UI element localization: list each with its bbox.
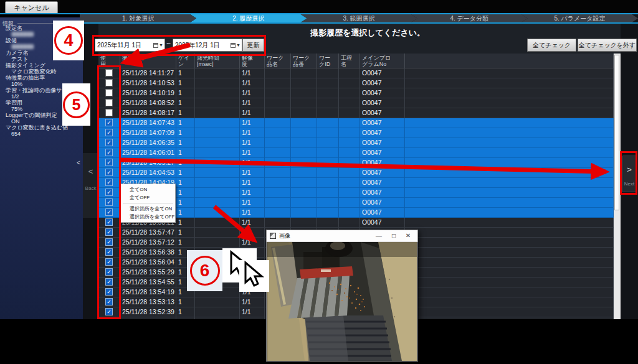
cell-filler (405, 118, 614, 128)
scrollbar-thumb[interactable] (614, 55, 619, 210)
cell-filler (405, 317, 614, 319)
sidebar-item-value: 654 (0, 131, 83, 137)
cell-resolution: 1/1 (240, 138, 265, 148)
column-header-work_item_no[interactable]: ワーク 品番 (291, 54, 317, 68)
table-row[interactable]: ✓11/1O0047 (98, 198, 614, 208)
column-header-work_id[interactable]: ワー クID (317, 54, 339, 68)
back-button[interactable]: < Back (83, 153, 98, 218)
cell-exposure (195, 148, 240, 158)
table-row[interactable]: ✓25/11/28 14:04:5311/1O0047 (98, 168, 614, 178)
cell-main_program_no: O0047 (360, 138, 405, 148)
table-row[interactable]: 25/11/28 14:10:1911/1O0047 (98, 88, 614, 98)
context-menu-item[interactable]: 全てOFF (121, 194, 175, 202)
cell-gain: 1 (176, 98, 195, 108)
table-row[interactable]: ✓25/11/28 14:07:0911/1O0047 (98, 128, 614, 138)
minimize-button[interactable]: — (371, 230, 386, 241)
wizard-step-tab-5[interactable]: 5. パラメータ設定 (521, 14, 638, 22)
cell-main_program_no: O0047 (360, 218, 405, 228)
wizard-step-tab-4[interactable]: 4. データ分類 (411, 14, 528, 22)
cell-exposure (195, 108, 240, 118)
cell-main_program_no: O0047 (360, 78, 405, 88)
sidebar-collapse-icon[interactable]: < (77, 159, 80, 166)
column-header-work_name[interactable]: ワーク 品名 (265, 54, 291, 68)
cell-work_item_no (291, 148, 317, 158)
table-row[interactable]: ✓25/11/28 14:06:3511/1O0047 (98, 138, 614, 148)
cell-work_name (265, 108, 291, 118)
cell-resolution: 1/1 (240, 198, 265, 208)
cell-resolution: 1/1 (240, 208, 265, 218)
cell-work_id (317, 178, 339, 188)
table-row[interactable]: 25/11/28 14:10:5311/1O0047 (98, 78, 614, 88)
close-icon[interactable]: ✕ (401, 230, 416, 241)
cell-main_program_no: O0047 (360, 148, 405, 158)
table-row[interactable]: ✓25/11/28 14:06:0111/1O0047 (98, 148, 614, 158)
uncheck-all-button[interactable]: 全てチェックを外す (578, 39, 637, 52)
wizard-step-tab-3[interactable]: 3. 範囲選択 (300, 14, 417, 22)
column-header-main_program_no[interactable]: メインプロ グラムNo (360, 54, 405, 68)
cell-work_name (265, 188, 291, 198)
cell-resolution: 1/1 (240, 188, 265, 198)
cell-exposure (195, 138, 240, 148)
cell-filler (405, 178, 614, 188)
checkbox-context-menu: 全てON全てOFF選択箇所を全てON選択箇所を全てOFF (120, 184, 176, 223)
table-row[interactable]: ✓11/1O0047 (98, 188, 614, 198)
cell-filler (405, 198, 614, 208)
cell-filler (405, 168, 614, 178)
app-root: キャンセル 1. 対象選択2. 履歴選択3. 範囲選択4. データ分類5. パラ… (0, 0, 638, 364)
cell-gain: 1 (176, 178, 195, 188)
cell-work_item_no (291, 178, 317, 188)
maximize-button[interactable]: □ (386, 230, 401, 241)
cell-work_id (317, 98, 339, 108)
table-row[interactable]: 25/11/28 14:08:5211/1O0047 (98, 98, 614, 108)
annotation-box-checkbox-column (97, 65, 121, 319)
table-row[interactable]: 25/11/28 14:11:2711/1O0047 (98, 68, 614, 78)
table-row[interactable]: ✓25/11/28 14:05:2711/1O0047 (98, 158, 614, 168)
table-row[interactable]: ✓25/11/28 14:07:4311/1O0047 (98, 118, 614, 128)
cell-resolution: 1/1 (240, 297, 265, 307)
cell-gain: 1 (176, 88, 195, 98)
sidebar-item-label: 特徴量の抽出率 (0, 75, 83, 81)
cell-work_id (317, 218, 339, 228)
cell-filler (405, 287, 614, 297)
menu-separator (123, 203, 173, 203)
cell-main_program_no: O0047 (360, 108, 405, 118)
cell-time: 25/11/28 14:07:09 (120, 128, 176, 138)
cell-resolution: 1/1 (240, 168, 265, 178)
cell-process_name (339, 208, 360, 218)
cell-work_id (317, 118, 339, 128)
cell-gain: 1 (176, 208, 195, 218)
cell-exposure (195, 188, 240, 198)
cell-work_name (265, 168, 291, 178)
wizard-step-tab-1[interactable]: 1. 対象選択 (80, 14, 196, 22)
cell-filler (405, 307, 614, 317)
table-row[interactable]: 25/11/28 14:08:1711/1O0047 (98, 108, 614, 118)
context-menu-item[interactable]: 全てON (121, 185, 175, 194)
check-all-button[interactable]: 全てチェック (527, 39, 576, 52)
circled-number: 5 (63, 91, 90, 118)
cell-filler (405, 138, 614, 148)
cell-time: 25/11/28 14:10:19 (120, 88, 176, 98)
table-row[interactable]: ✓25/11/28 13:58:2111/1O0047 (98, 218, 614, 228)
table-row[interactable]: ✓11/1O0047 (98, 208, 614, 218)
table-row[interactable]: ✓25/11/28 14:04:1911/1O0047 (98, 178, 614, 188)
cell-filler (405, 158, 614, 168)
cell-time: 25/11/28 13:54:19 (120, 287, 176, 297)
context-menu-item[interactable]: 選択箇所を全てON (121, 205, 175, 213)
column-header-process_name[interactable]: 工程 名 (339, 54, 360, 68)
cell-work_item_no (291, 108, 317, 118)
cell-process_name (339, 128, 360, 138)
cancel-button[interactable]: キャンセル (5, 1, 58, 14)
window-title-bar[interactable]: 画像 — □ ✕ (267, 230, 417, 242)
redacted-value (11, 44, 34, 49)
cell-filler (405, 108, 614, 118)
cell-time: 25/11/28 13:54:55 (120, 278, 176, 287)
cell-work_id (317, 148, 339, 158)
cell-filler (405, 218, 614, 228)
cell-gain: 1 (176, 297, 195, 307)
cell-work_item_no (291, 188, 317, 198)
wizard-step-tab-2[interactable]: 2. 履歴選択 (190, 14, 307, 22)
cell-process_name (339, 138, 360, 148)
cell-work_id (317, 138, 339, 148)
cell-process_name (339, 148, 360, 158)
context-menu-item[interactable]: 選択箇所を全てOFF (121, 213, 175, 221)
